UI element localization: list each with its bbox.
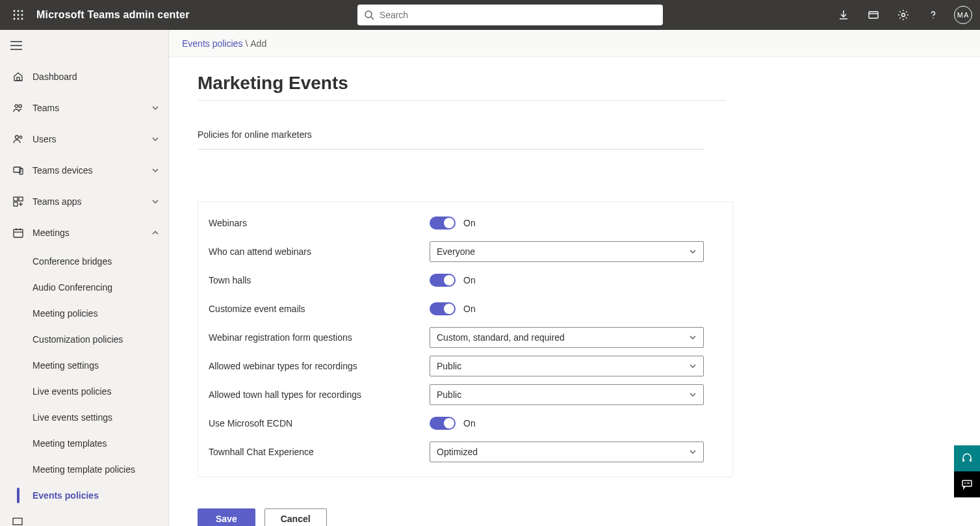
toggle-switch[interactable] [430, 274, 456, 287]
sidebar-item-users[interactable]: Users [0, 124, 168, 155]
sidebar-subitem-live-events-settings[interactable]: Live events settings [0, 404, 168, 430]
sidebar-item-label: Teams devices [32, 165, 151, 176]
chevron-down-icon [689, 448, 697, 456]
toggle-switch[interactable] [430, 417, 456, 430]
svg-rect-27 [14, 197, 18, 201]
select-dropdown[interactable]: Optimized [430, 441, 704, 462]
sidebar-subitem-customization-policies[interactable]: Customization policies [0, 326, 168, 352]
setting-label: Who can attend webinars [209, 246, 430, 257]
svg-rect-29 [14, 202, 18, 206]
settings-gear-icon[interactable] [890, 0, 916, 30]
app-launcher-icon[interactable] [8, 5, 29, 25]
chevron-down-icon [689, 391, 697, 399]
support-headset-icon[interactable] [954, 445, 980, 471]
toggle-state-label: On [463, 218, 476, 228]
sidebar-subitem-meeting-templates[interactable]: Meeting templates [0, 430, 168, 456]
sidebar-item-label: Meetings [32, 228, 151, 238]
svg-point-4 [18, 14, 19, 16]
setting-label: Allowed town hall types for recordings [209, 389, 430, 400]
select-value: Custom, standard, and required [437, 332, 689, 343]
select-dropdown[interactable]: Public [430, 356, 704, 376]
toggle-state-label: On [463, 304, 476, 314]
sidebar-item-label: Teams apps [32, 196, 151, 207]
sidebar-subitem-events-policies[interactable]: Events policies [0, 482, 168, 508]
cancel-button[interactable]: Cancel [264, 508, 327, 526]
select-dropdown[interactable]: Public [430, 384, 704, 405]
app-header: Microsoft Teams admin center [0, 0, 980, 30]
nav-icon [12, 164, 25, 177]
nav-icon [12, 101, 25, 114]
sidebar-item-dashboard[interactable]: Dashboard [0, 61, 168, 92]
promotions-icon[interactable] [860, 0, 886, 30]
user-avatar[interactable]: MA [954, 6, 972, 24]
svg-point-7 [18, 18, 19, 20]
chevron-down-icon [151, 166, 159, 174]
setting-label: Town halls [209, 275, 430, 285]
svg-rect-13 [869, 12, 878, 18]
sidebar-item-teams[interactable]: Teams [0, 92, 168, 124]
sidebar-subitem-live-events-policies[interactable]: Live events policies [0, 378, 168, 404]
select-dropdown[interactable]: Everyone [430, 241, 704, 262]
chevron-down-icon [689, 248, 697, 256]
svg-point-2 [21, 10, 23, 12]
setting-row: Use Microsoft ECDNOn [209, 409, 722, 438]
svg-rect-37 [962, 459, 964, 462]
sidebar-item-teams-apps[interactable]: Teams apps [0, 186, 168, 217]
setting-row: Allowed webinar types for recordingsPubl… [209, 352, 722, 380]
setting-label: Customize event emails [209, 304, 430, 314]
chevron-down-icon [689, 334, 697, 341]
sidebar-subitem-audio-conferencing[interactable]: Audio Conferencing [0, 274, 168, 300]
setting-row: Customize event emailsOn [209, 295, 722, 323]
help-icon[interactable] [920, 0, 946, 30]
chevron-up-icon [151, 229, 159, 237]
nav-icon [12, 195, 25, 208]
sidebar-item-meetings[interactable]: Meetings [0, 217, 168, 248]
svg-point-5 [21, 14, 23, 16]
setting-label: Webinars [209, 218, 430, 228]
toggle-switch[interactable] [430, 217, 456, 230]
sidebar: DashboardTeamsUsersTeams devicesTeams ap… [0, 30, 169, 526]
sidebar-subitem-meeting-policies[interactable]: Meeting policies [0, 300, 168, 326]
nav-icon [12, 70, 25, 83]
save-button[interactable]: Save [198, 508, 255, 526]
download-icon[interactable] [831, 0, 857, 30]
chevron-down-icon [689, 362, 697, 370]
chevron-down-icon [151, 104, 159, 112]
setting-row: WebinarsOn [209, 209, 722, 237]
breadcrumb-parent-link[interactable]: Events policies [182, 38, 242, 49]
select-dropdown[interactable]: Custom, standard, and required [430, 327, 704, 348]
select-value: Everyone [437, 246, 689, 257]
search-input[interactable] [380, 10, 656, 20]
setting-row: Allowed town hall types for recordingsPu… [209, 380, 722, 409]
settings-card: WebinarsOnWho can attend webinarsEveryon… [198, 202, 733, 477]
svg-point-24 [19, 136, 22, 138]
toggle-state-label: On [463, 275, 476, 285]
feedback-icon[interactable] [954, 471, 980, 497]
chevron-down-icon [151, 198, 159, 205]
svg-rect-38 [970, 459, 972, 462]
toggle-switch[interactable] [430, 302, 456, 315]
setting-row: Townhall Chat ExperienceOptimized [209, 438, 722, 466]
svg-line-10 [371, 17, 374, 20]
breadcrumb-current: Add [250, 38, 266, 49]
sidebar-subitem-meeting-settings[interactable]: Meeting settings [0, 352, 168, 378]
sidebar-subitem-conference-bridges[interactable]: Conference bridges [0, 248, 168, 274]
breadcrumb: Events policies \ Add [169, 30, 980, 57]
setting-row: Webinar registration form questionsCusto… [209, 323, 722, 352]
hamburger-icon[interactable] [10, 41, 22, 50]
page-description: Policies for online marketers [198, 129, 704, 150]
search-box[interactable] [357, 5, 663, 25]
setting-row: Town hallsOn [209, 266, 722, 295]
setting-label: Townhall Chat Experience [209, 447, 430, 457]
svg-point-21 [15, 105, 18, 107]
main-content: Events policies \ Add Marketing Events P… [169, 30, 980, 526]
toggle-state-label: On [463, 418, 476, 428]
select-value: Public [437, 389, 689, 400]
sidebar-subitem-meeting-template-policies[interactable]: Meeting template policies [0, 456, 168, 482]
sidebar-item-label: Dashboard [32, 72, 159, 82]
svg-point-15 [902, 14, 905, 17]
sidebar-item-teams-devices[interactable]: Teams devices [0, 155, 168, 186]
setting-label: Use Microsoft ECDN [209, 418, 430, 428]
chevron-down-icon [151, 135, 159, 143]
svg-rect-20 [17, 77, 19, 81]
